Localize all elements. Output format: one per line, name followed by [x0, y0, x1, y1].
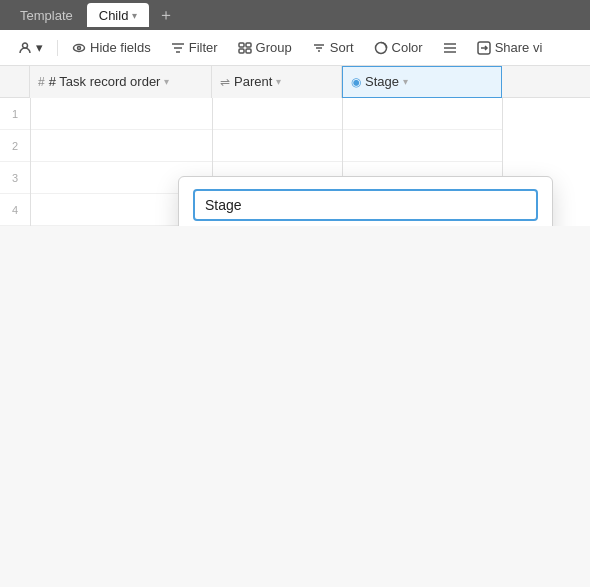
hash-icon: #	[38, 75, 45, 89]
stage-chevron-icon: ▾	[403, 76, 408, 87]
row-num-3: 3	[0, 162, 30, 194]
row-num-1: 1	[0, 98, 30, 130]
cell-parent-1[interactable]	[213, 98, 343, 130]
svg-rect-5	[246, 43, 251, 47]
share-button[interactable]: Share vi	[469, 36, 551, 59]
row-height-button[interactable]	[435, 37, 465, 59]
column-headers: # # Task record order ▾ ⇌ Parent ▾ ◉ Sta…	[0, 66, 590, 98]
svg-rect-4	[239, 49, 244, 53]
filter-button[interactable]: Filter	[163, 36, 226, 59]
color-button[interactable]: Color	[366, 36, 431, 59]
svg-rect-6	[246, 49, 251, 53]
field-name-input[interactable]	[193, 189, 538, 221]
task-order-chevron-icon: ▾	[164, 76, 169, 87]
share-icon	[477, 41, 491, 55]
toolbar: ▾ Hide fields Filter Group Sort Color Sh…	[0, 30, 590, 66]
avatar-chevron-icon: ▾	[36, 40, 43, 55]
main-area: # # Task record order ▾ ⇌ Parent ▾ ◉ Sta…	[0, 66, 590, 226]
parent-chevron-icon: ▾	[276, 76, 281, 87]
sort-button[interactable]: Sort	[304, 36, 362, 59]
avatar-button[interactable]: ▾	[10, 36, 51, 59]
table-row	[31, 98, 503, 130]
stage-column-header[interactable]: ◉ Stage ▾	[342, 66, 502, 98]
field-editor-popup: ⊙ Single select ▾ Single select allows y…	[178, 176, 553, 226]
sort-icon	[312, 41, 326, 55]
table-row	[31, 130, 503, 162]
tab-child-chevron-icon: ▾	[132, 10, 137, 21]
hide-fields-button[interactable]: Hide fields	[64, 36, 159, 59]
svg-rect-3	[239, 43, 244, 47]
cell-stage-2[interactable]	[343, 130, 503, 162]
cell-task-1[interactable]	[31, 98, 213, 130]
eye-icon	[72, 41, 86, 55]
add-tab-button[interactable]: ＋	[155, 4, 177, 26]
row-num-4: 4	[0, 194, 30, 226]
row-num-2: 2	[0, 130, 30, 162]
group-button[interactable]: Group	[230, 36, 300, 59]
row-num-header	[0, 66, 30, 98]
divider-1	[57, 40, 58, 56]
link-icon: ⇌	[220, 75, 230, 89]
row-height-icon	[443, 41, 457, 55]
parent-column-header[interactable]: ⇌ Parent ▾	[212, 66, 342, 98]
field-name-section	[179, 177, 552, 226]
stage-type-icon: ◉	[351, 75, 361, 89]
task-order-column-header[interactable]: # # Task record order ▾	[30, 66, 212, 98]
tab-template[interactable]: Template	[8, 3, 85, 27]
svg-point-1	[74, 44, 85, 51]
tab-child[interactable]: Child ▾	[87, 3, 150, 27]
color-icon	[374, 41, 388, 55]
svg-point-2	[78, 46, 81, 49]
tab-bar: Template Child ▾ ＋	[0, 0, 590, 30]
cell-parent-2[interactable]	[213, 130, 343, 162]
cell-stage-1[interactable]	[343, 98, 503, 130]
person-icon	[18, 41, 32, 55]
filter-icon	[171, 41, 185, 55]
cell-task-2[interactable]	[31, 130, 213, 162]
row-numbers: 1 2 3 4	[0, 98, 31, 226]
group-icon	[238, 41, 252, 55]
